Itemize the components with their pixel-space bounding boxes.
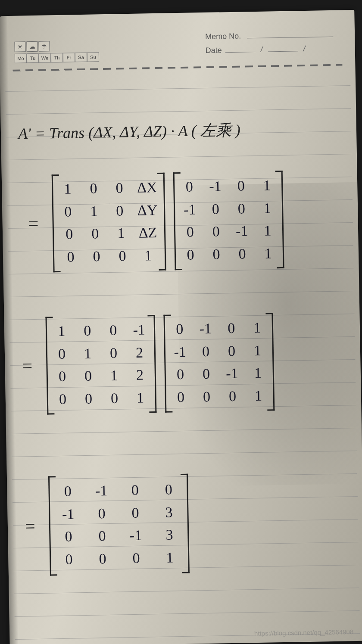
cell: 0 xyxy=(111,177,128,199)
weather-cloud-icon: ☁ xyxy=(26,41,37,52)
cell: 0 xyxy=(59,200,76,223)
cell: -1 xyxy=(224,362,240,385)
date-blank-1 xyxy=(225,44,255,53)
cell: 1 xyxy=(249,339,266,362)
result-matrix: 0-100 -1003 00-13 0001 xyxy=(48,474,190,576)
cell: 0 xyxy=(87,223,103,246)
weather-sun-icon: ☀ xyxy=(14,41,25,52)
cell: 0 xyxy=(198,363,215,386)
cell: 0 xyxy=(54,388,71,411)
step2-group: = 100-1 0102 0012 0001 0-101 -1001 00-11… xyxy=(21,313,275,415)
cell: 0 xyxy=(207,198,224,221)
cell: 1 xyxy=(259,220,276,243)
day-th: Th xyxy=(51,53,63,62)
cell: 1 xyxy=(259,197,276,220)
cell: 1 xyxy=(106,364,122,387)
step1-right-matrix: 0-101 -1001 00-11 0001 xyxy=(173,171,284,270)
step2-right-matrix: 0-101 -1001 00-11 0001 xyxy=(163,313,275,412)
cell: 1 xyxy=(250,385,267,408)
cell: 0 xyxy=(128,547,145,570)
cell: -1 xyxy=(131,318,147,341)
memo-date-area: Memo No. Date / / xyxy=(205,28,334,58)
cell: 0 xyxy=(79,320,96,342)
cell: 0 xyxy=(223,317,240,340)
cell: 0 xyxy=(208,243,225,266)
cell: ΔY xyxy=(137,199,157,222)
day-sa: Sa xyxy=(75,53,87,62)
cell: 0 xyxy=(53,342,70,365)
cell: 0 xyxy=(80,388,97,411)
cell: 0 xyxy=(111,199,128,222)
cell: -1 xyxy=(172,340,188,363)
date-label: Date xyxy=(205,44,222,58)
cell: 1 xyxy=(132,386,149,409)
date-blank-2 xyxy=(268,43,298,52)
cell: 0 xyxy=(62,246,79,268)
cell: 0 xyxy=(59,480,76,503)
cell: 0 xyxy=(127,501,144,524)
cell: 0 xyxy=(88,245,105,268)
cell: 0 xyxy=(182,221,199,244)
cell: 0 xyxy=(114,245,131,268)
cell: 0 xyxy=(197,340,214,363)
equation-main: A' = Trans (ΔX, ΔY, ΔZ) · A ( 左乘 ) xyxy=(18,120,241,145)
cell: 3 xyxy=(161,524,178,547)
cell: 3 xyxy=(161,501,178,524)
cell: 2 xyxy=(131,341,148,364)
cell: 0 xyxy=(54,365,71,388)
day-mo: Mo xyxy=(15,53,27,63)
weather-rain-icon: ☂ xyxy=(38,41,50,51)
memo-blank xyxy=(247,28,333,38)
date-slash-1: / xyxy=(260,43,263,56)
cell: 1 xyxy=(112,222,129,245)
cell: ΔZ xyxy=(138,221,157,244)
cell: 1 xyxy=(59,177,76,200)
cell: 0 xyxy=(171,318,188,341)
date-slash-2: / xyxy=(303,42,306,56)
result-group: = 0-100 -1003 00-13 0001 xyxy=(24,474,190,576)
cell: 1 xyxy=(140,244,156,267)
day-of-week-row: Mo Tu We Th Fr Sa Su xyxy=(15,52,99,63)
step1-left-matrix: 100ΔX 010ΔY 001ΔZ 0001 xyxy=(51,173,166,272)
cell: 0 xyxy=(61,548,78,571)
cell: -1 xyxy=(181,198,198,221)
weather-icon-row: ☀ ☁ ☂ xyxy=(14,41,50,52)
cell: 0 xyxy=(198,386,215,408)
cell: 0 xyxy=(233,197,250,220)
cell: 0 xyxy=(105,342,122,364)
cell: 0 xyxy=(94,548,111,570)
cell: 0 xyxy=(224,385,241,408)
cell: 1 xyxy=(259,174,275,197)
cell: 1 xyxy=(79,342,96,365)
equals-3: = xyxy=(25,516,36,536)
cell: 1 xyxy=(249,317,265,339)
memo-label: Memo No. xyxy=(205,29,241,44)
cell: 0 xyxy=(127,479,144,502)
cell: 0 xyxy=(233,174,250,197)
cell: 0 xyxy=(223,339,240,362)
day-we: We xyxy=(39,53,51,62)
cell: 1 xyxy=(85,200,102,223)
cell: 0 xyxy=(208,221,225,243)
cell: -1 xyxy=(234,220,250,243)
step2-left-matrix: 100-1 0102 0012 0001 xyxy=(45,315,156,414)
cell: 0 xyxy=(94,502,110,525)
cell: 0 xyxy=(106,387,123,410)
cell: 0 xyxy=(160,478,177,501)
day-su: Su xyxy=(87,52,99,62)
cell: 1 xyxy=(53,320,70,343)
cell: 1 xyxy=(260,242,277,265)
cell: 1 xyxy=(250,362,266,385)
cell: 0 xyxy=(234,243,251,265)
cell: ΔX xyxy=(137,176,157,199)
cell: 1 xyxy=(162,546,178,569)
equals-2: = xyxy=(22,355,33,376)
cell: 0 xyxy=(105,319,122,342)
cell: 0 xyxy=(60,526,77,548)
step1-group: = 100ΔX 010ΔY 001ΔZ 0001 0-101 -1001 00-… xyxy=(28,171,284,273)
cell: 0 xyxy=(181,175,198,198)
cell: -1 xyxy=(60,503,77,526)
cell: 0 xyxy=(172,386,189,409)
cell: 0 xyxy=(61,223,78,246)
equals-1: = xyxy=(28,213,39,234)
